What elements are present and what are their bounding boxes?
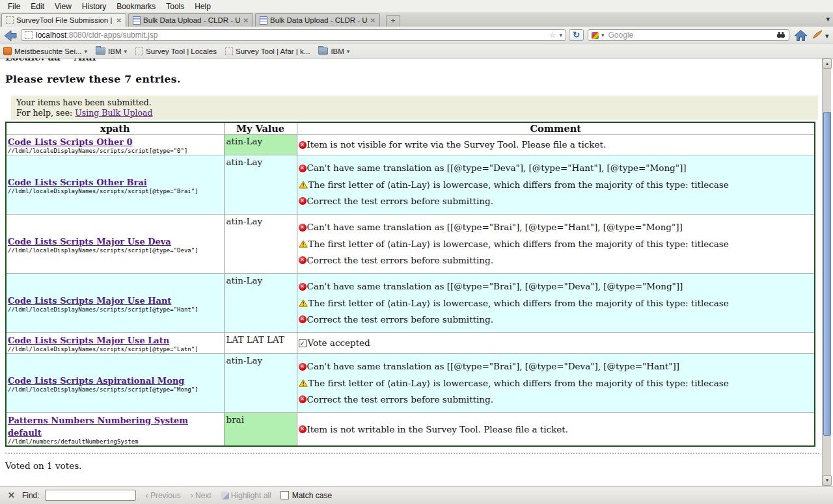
tab-close-icon[interactable]: ✕ (370, 17, 376, 24)
my-value-cell: atin-Lay (224, 274, 297, 333)
quill-icon[interactable] (812, 30, 823, 42)
comment: ✕Correct the test errors before submitti… (299, 395, 813, 405)
comment-text: Can't have same translation as [[@type="… (307, 282, 683, 291)
folder-icon (318, 47, 328, 55)
xpath-link[interactable]: Code Lists Scripts Other Brai (8, 178, 147, 187)
xpath-link[interactable]: Patterns Numbers Numbering System defaul… (8, 416, 188, 438)
tab-title: Bulk Data Upload - CLDR - Un... (270, 16, 368, 24)
bookmarks-toolbar: Meistbesuchte Sei...▾IBM▾Survey Tool | L… (0, 44, 833, 59)
comment: ✕Can't have same translation as [[@type=… (299, 222, 813, 232)
error-icon: ✕ (299, 315, 307, 323)
find-label: Find: (22, 491, 40, 500)
toolbar-overflow-icon[interactable]: ▾ (825, 32, 829, 40)
reload-button[interactable]: ↻ (569, 29, 584, 41)
xpath-link[interactable]: Code Lists Scripts Major Use Hant (8, 296, 171, 306)
highlight-all-button[interactable]: Highlight all (221, 491, 271, 500)
match-case-checkbox[interactable] (280, 491, 289, 499)
new-tab-button[interactable]: + (386, 15, 400, 27)
bookmark-label: Survey Tool | Afar | k... (236, 47, 310, 55)
comment-text: The first letter of ⟨atin-Lay⟩ is lowerc… (308, 180, 729, 190)
xpath-path: //ldml/localeDisplayNames/scripts/script… (8, 306, 223, 313)
notice-line1: Your items have been submitted. (16, 98, 813, 108)
chevron-left-icon: ‹ (146, 490, 148, 500)
tab-2[interactable]: Bulk Data Upload - CLDR - Un...✕ (128, 13, 253, 27)
table-row: Code Lists Scripts Major Use Hant//ldml/… (6, 274, 815, 333)
search-bar[interactable]: ▾ (588, 29, 789, 41)
comment: ✕Can't have same translation as [[@type=… (299, 163, 813, 173)
tab-close-icon[interactable]: ✕ (116, 17, 122, 24)
warning-icon (299, 181, 308, 189)
tab-title: Bulk Data Upload - CLDR - Un... (143, 16, 241, 24)
xpath-path: //ldml/localeDisplayNames/scripts/script… (8, 386, 223, 393)
find-input[interactable] (45, 490, 136, 501)
scroll-up-button[interactable]: ▴ (823, 59, 832, 69)
tab-3[interactable]: Bulk Data Upload - CLDR - Un...✕ (255, 13, 380, 27)
chevron-down-icon: ▾ (85, 48, 88, 55)
url-history-dropdown-icon[interactable]: ▾ (559, 32, 562, 38)
menu-history[interactable]: History (77, 0, 111, 13)
bookmark-star-icon[interactable]: ☆ (549, 31, 556, 40)
search-input[interactable] (607, 30, 774, 40)
menu-tools[interactable]: Tools (161, 0, 189, 13)
google-logo-icon[interactable] (592, 32, 599, 39)
warning-icon (299, 240, 308, 248)
bookmark-item[interactable]: IBM▾ (96, 47, 127, 55)
xpath-link[interactable]: Code Lists Scripts Major Use Latn (8, 336, 169, 345)
xpath-link[interactable]: Code Lists Scripts Aspirational Mong (8, 376, 184, 386)
bookmark-item[interactable]: Survey Tool | Afar | k... (225, 47, 310, 55)
bookmark-label: Survey Tool | Locales (146, 47, 217, 55)
tab-1[interactable]: SurveyTool File Submission | ...✕ (1, 13, 126, 27)
xpath-path: //ldml/numbers/defaultNumberingSystem (8, 438, 223, 445)
xpath-cell: Code Lists Scripts Major Use Deva//ldml/… (6, 215, 224, 274)
error-icon: ✕ (299, 283, 307, 291)
menu-help[interactable]: Help (189, 0, 216, 13)
dashed-placeholder-icon (135, 47, 143, 55)
comment: ✕Can't have same translation as [[@type=… (299, 362, 813, 371)
comment-text: Correct the test errors before submittin… (307, 395, 493, 405)
findbar-close-icon[interactable]: ✕ (8, 490, 15, 500)
back-button[interactable] (3, 29, 18, 43)
comment: The first letter of ⟨atin-Lay⟩ is lowerc… (299, 239, 813, 249)
bookmark-item[interactable]: Survey Tool | Locales (135, 47, 217, 55)
bookmark-label: IBM (331, 47, 344, 55)
menu-view[interactable]: View (49, 0, 77, 13)
tab-bar: SurveyTool File Submission | ...✕Bulk Da… (0, 13, 833, 27)
bookmark-item[interactable]: IBM▾ (318, 47, 349, 55)
error-icon: ✕ (299, 224, 307, 232)
using-bulk-upload-link[interactable]: Using Bulk Upload (75, 108, 152, 118)
tab-close-icon[interactable]: ✕ (243, 17, 249, 24)
document-favicon-icon (133, 16, 141, 25)
comment-cell: ✕Item is not writable in the Survey Tool… (297, 413, 815, 447)
menu-edit[interactable]: Edit (25, 0, 49, 13)
url-path: :8080/cldr-apps/submit.jsp (66, 31, 157, 40)
error-icon: ✕ (299, 165, 307, 172)
menu-file[interactable]: File (3, 0, 25, 13)
bookmark-label: Meistbesuchte Sei... (14, 47, 82, 55)
my-value-cell: LAT LAT LAT (224, 333, 297, 354)
xpath-cell: Patterns Numbers Numbering System defaul… (6, 413, 224, 447)
find-next-button[interactable]: ›Next (191, 490, 212, 500)
my-value-cell: brai (224, 413, 297, 447)
bookmark-item[interactable]: Meistbesuchte Sei...▾ (3, 47, 87, 55)
xpath-cell: Code Lists Scripts Major Use Hant//ldml/… (6, 274, 224, 333)
home-button[interactable] (794, 29, 808, 44)
xpath-link[interactable]: Code Lists Scripts Major Use Deva (8, 237, 171, 246)
menu-bookmarks[interactable]: Bookmarks (111, 0, 161, 13)
find-previous-button[interactable]: ‹Previous (146, 490, 181, 500)
scroll-down-button[interactable]: ▾ (823, 475, 832, 486)
chevron-right-icon: › (191, 490, 193, 500)
my-value-cell: atin-Lay (224, 215, 297, 274)
table-row: Code Lists Scripts Major Use Latn//ldml/… (6, 333, 815, 354)
xpath-cell: Code Lists Scripts Other Brai//ldml/loca… (6, 155, 224, 215)
vertical-scrollbar[interactable]: ▴ ▾ (822, 59, 831, 486)
address-bar[interactable]: localhost :8080/cldr-apps/submit.jsp ☆ ▾ (21, 29, 566, 41)
notice-line2: For help, see: Using Bulk Upload (16, 108, 813, 118)
scrollbar-thumb[interactable] (823, 112, 831, 436)
binoculars-icon[interactable] (776, 29, 785, 41)
comment-cell: ✓Vote accepted (297, 333, 815, 354)
xpath-link[interactable]: Code Lists Scripts Other 0 (8, 137, 133, 147)
search-engine-dropdown-icon[interactable]: ▾ (601, 32, 605, 38)
table-row: Code Lists Scripts Other Brai//ldml/loca… (6, 155, 815, 215)
list-all-tabs-icon[interactable]: ▾ (826, 15, 830, 23)
comment-text: Item is not visible for write via the Su… (307, 140, 607, 150)
